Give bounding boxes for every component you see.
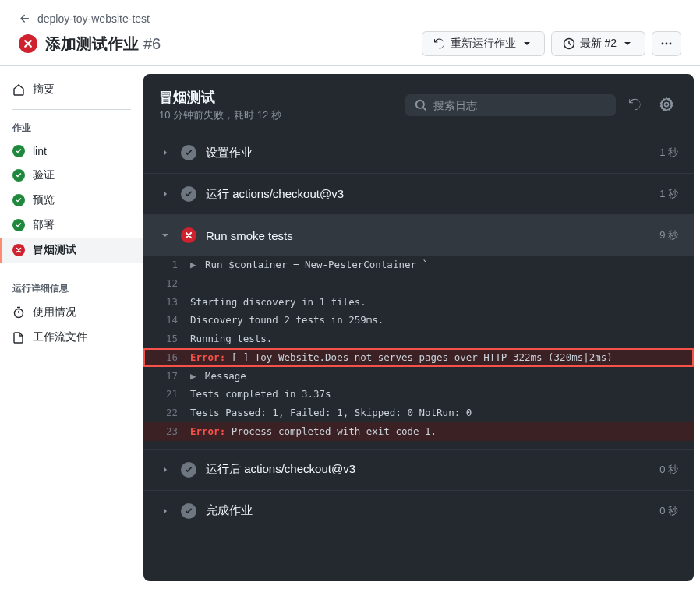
svg-point-2 — [662, 43, 664, 45]
log-line: 12 — [143, 274, 694, 293]
log-line: 16Error: [-] Toy Website.Does not serves… — [143, 348, 694, 367]
svg-point-4 — [670, 43, 672, 45]
step-row[interactable]: Run smoke tests9 秒 — [143, 214, 694, 256]
sidebar-workflow-file[interactable]: 工作流文件 — [0, 325, 143, 350]
chevron-right-icon — [159, 188, 171, 200]
sidebar-job-item[interactable]: lint — [0, 139, 143, 163]
check-circle-icon — [12, 169, 25, 182]
check-circle-icon — [12, 194, 25, 206]
check-circle-icon — [12, 219, 25, 231]
sidebar-job-item[interactable]: 验证 — [0, 163, 143, 188]
job-label: 部署 — [33, 218, 55, 232]
breadcrumb-text: deploy-toy-website-test — [37, 12, 150, 25]
chevron-right-icon — [159, 464, 171, 476]
sidebar-usage[interactable]: 使用情况 — [0, 300, 143, 325]
gear-icon — [659, 97, 673, 111]
log-line: 14Discovery found 2 tests in 259ms. — [143, 311, 694, 330]
sidebar-summary[interactable]: 摘要 — [0, 77, 143, 102]
step-time: 1 秒 — [659, 146, 678, 160]
step-name: 运行后 actions/checkout@v3 — [206, 462, 659, 477]
log-line: 21Tests completed in 3.37s — [143, 385, 694, 404]
job-title: 冒烟测试 — [159, 88, 281, 107]
check-circle-icon — [12, 145, 25, 157]
chevron-right-icon — [159, 146, 171, 159]
step-time: 1 秒 — [659, 187, 678, 201]
sidebar-job-item[interactable]: 冒烟测试 — [0, 238, 143, 263]
search-input[interactable] — [433, 99, 606, 111]
log-line: 17▶ Message — [143, 367, 694, 386]
step-time: 9 秒 — [659, 228, 678, 242]
chevron-down-icon — [159, 229, 171, 242]
kebab-icon — [660, 37, 673, 50]
step-name: 完成作业 — [206, 503, 659, 518]
sidebar: 摘要 作业 lint验证预览部署冒烟测试 运行详细信息 使用情况 工作流文件 — [0, 66, 143, 589]
step-name: Run smoke tests — [206, 229, 659, 242]
back-arrow-icon — [19, 12, 31, 25]
job-label: 验证 — [33, 168, 55, 182]
sidebar-job-item[interactable]: 部署 — [0, 213, 143, 238]
log-line: 15Running tests. — [143, 330, 694, 348]
step-name: 运行 actions/checkout@v3 — [206, 187, 659, 202]
settings-button[interactable] — [655, 93, 678, 118]
svg-point-3 — [666, 43, 668, 45]
x-circle-icon — [12, 244, 25, 256]
search-icon — [415, 99, 427, 111]
step-time: 0 秒 — [659, 463, 678, 477]
job-label: 冒烟测试 — [33, 243, 76, 257]
step-name: 设置作业 — [206, 146, 659, 160]
log-line: 22Tests Passed: 1, Failed: 1, Skipped: 0… — [143, 404, 694, 422]
check-circle-icon — [181, 462, 196, 478]
caret-down-icon — [621, 37, 634, 50]
details-heading: 运行详细信息 — [0, 277, 143, 300]
job-label: lint — [33, 145, 47, 157]
step-row[interactable]: 完成作业0 秒 — [143, 490, 694, 531]
sidebar-job-item[interactable]: 预览 — [0, 188, 143, 213]
caret-down-icon — [521, 37, 533, 50]
breadcrumb[interactable]: deploy-toy-website-test — [19, 12, 681, 25]
status-error-icon — [19, 34, 37, 53]
clock-icon — [563, 37, 575, 50]
sync-icon — [628, 97, 642, 111]
step-row[interactable]: 运行后 actions/checkout@v30 秒 — [143, 449, 694, 490]
divider — [12, 109, 131, 110]
check-circle-icon — [181, 145, 196, 160]
more-actions-button[interactable] — [652, 31, 681, 56]
check-circle-icon — [181, 503, 196, 519]
log-output: 1▶ Run $container = New-PesterContainer … — [143, 256, 694, 449]
job-label: 预览 — [33, 193, 55, 207]
log-panel: 冒烟测试 10 分钟前失败，耗时 12 秒 设置作业1 秒运行 actions/… — [143, 74, 694, 581]
log-line: 23Error: Process completed with exit cod… — [143, 422, 694, 441]
refresh-logs-button[interactable] — [624, 93, 647, 118]
jobs-heading: 作业 — [0, 117, 143, 139]
job-subtitle: 10 分钟前失败，耗时 12 秒 — [159, 108, 281, 122]
step-row[interactable]: 设置作业1 秒 — [143, 132, 694, 173]
sync-icon — [433, 37, 446, 50]
search-logs[interactable] — [405, 94, 616, 116]
file-icon — [12, 331, 25, 344]
check-circle-icon — [181, 186, 196, 202]
chevron-right-icon — [159, 505, 171, 517]
page-title: 添加测试作业#6 — [45, 34, 161, 55]
step-time: 0 秒 — [659, 504, 678, 518]
home-icon — [12, 83, 25, 96]
x-circle-icon — [181, 227, 196, 243]
rerun-jobs-button[interactable]: 重新运行作业 — [422, 31, 545, 56]
step-row[interactable]: 运行 actions/checkout@v31 秒 — [143, 173, 694, 214]
log-line: 1▶ Run $container = New-PesterContainer … — [143, 256, 694, 274]
latest-run-button[interactable]: 最新 #2 — [551, 31, 645, 56]
log-line: 13Starting discovery in 1 files. — [143, 293, 694, 312]
stopwatch-icon — [12, 306, 25, 319]
divider — [12, 270, 131, 270]
